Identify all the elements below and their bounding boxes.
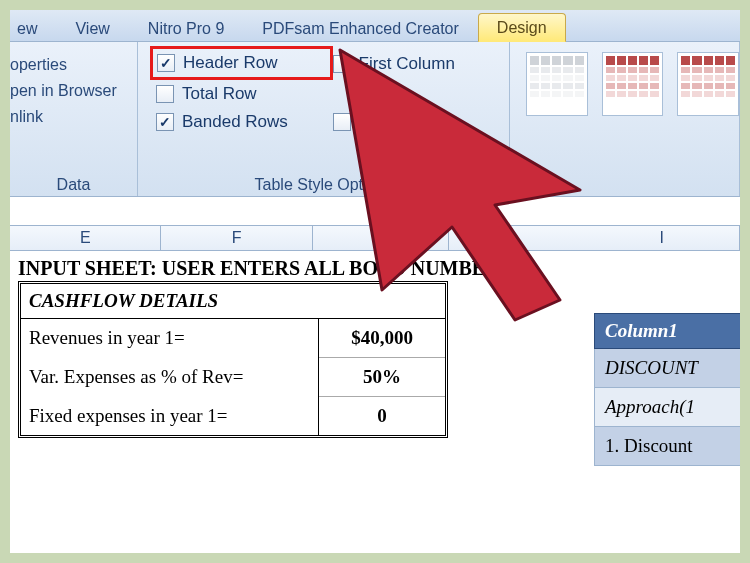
cashflow-row-label: Revenues in year 1= [21, 319, 319, 358]
chk-total-row-label: Total Row [182, 84, 257, 104]
right-styled-table: Column1 DISCOUNT Approach(1 1. Discount [594, 313, 740, 466]
group-table-style-options: ✓ Header Row First Column Total Row ✓ Ba… [138, 42, 510, 196]
col-header-I[interactable]: I [585, 226, 740, 250]
table-style-red-1[interactable] [602, 52, 664, 116]
col-header-F[interactable]: F [161, 226, 312, 250]
chk-header-row[interactable]: ✓ Header Row [150, 46, 333, 80]
table-row[interactable]: Fixed expenses in year 1= 0 [21, 397, 445, 435]
group-table-styles [510, 42, 740, 196]
checkbox-icon [156, 85, 174, 103]
checkbox-icon: ✓ [156, 113, 174, 131]
btn-unlink[interactable]: nlink [10, 104, 129, 130]
right-table-cell[interactable]: 1. Discount [594, 427, 740, 466]
checkbox-icon [333, 55, 351, 73]
checkbox-icon: ✓ [157, 54, 175, 72]
tab-design[interactable]: Design [478, 13, 566, 42]
col-header-E[interactable]: E [10, 226, 161, 250]
chk-first-column[interactable]: First Column [333, 52, 500, 76]
chk-header-row-label: Header Row [183, 53, 278, 73]
table-row[interactable]: Revenues in year 1= $40,000 [21, 319, 445, 358]
ribbon-body: operties pen in Browser nlink Data ✓ Hea… [10, 42, 740, 197]
cashflow-details-box: CASHFLOW DETAILS Revenues in year 1= $40… [18, 281, 448, 438]
group-external-table-data: operties pen in Browser nlink Data [10, 42, 138, 196]
right-table-cell[interactable]: Approach(1 [594, 388, 740, 427]
chk-banded-columns-label: Ban [359, 112, 389, 132]
tab-view[interactable]: View [56, 14, 128, 42]
cashflow-section-title: CASHFLOW DETAILS [21, 284, 445, 319]
sheet-body[interactable]: INPUT SHEET: USER ENTERS ALL BOLD NUMBER… [10, 251, 740, 286]
table-style-red-2[interactable] [677, 52, 739, 116]
checkbox-icon [333, 113, 351, 131]
cashflow-row-label: Fixed expenses in year 1= [21, 397, 319, 435]
table-style-light[interactable] [526, 52, 588, 116]
chk-banded-columns[interactable]: Ban [333, 112, 500, 132]
btn-properties[interactable]: operties [10, 52, 129, 78]
app-frame: ew View Nitro Pro 9 PDFsam Enhanced Crea… [10, 10, 740, 553]
btn-open-in-browser[interactable]: pen in Browser [10, 78, 129, 104]
tab-nitro-pro[interactable]: Nitro Pro 9 [129, 14, 243, 42]
ribbon-tabs: ew View Nitro Pro 9 PDFsam Enhanced Crea… [10, 10, 740, 42]
tab-partial-review[interactable]: ew [10, 14, 56, 42]
group-label-data: Data [10, 176, 137, 194]
chk-total-row[interactable]: Total Row [156, 84, 323, 104]
col-header-G[interactable]: G [313, 226, 449, 250]
chk-banded-rows[interactable]: ✓ Banded Rows [156, 112, 323, 132]
chk-first-column-label: First Column [359, 54, 455, 74]
cashflow-row-value: 50% [319, 358, 445, 397]
cashflow-row-value: $40,000 [319, 319, 445, 358]
spreadsheet-area: E F G I INPUT SHEET: USER ENTERS ALL BOL… [10, 225, 740, 553]
table-row[interactable]: Var. Expenses as % of Rev= 50% [21, 358, 445, 397]
tab-pdfsam[interactable]: PDFsam Enhanced Creator [243, 14, 478, 42]
right-table-header[interactable]: Column1 [594, 313, 740, 349]
column-headers-row: E F G I [10, 225, 740, 251]
right-table-cell[interactable]: DISCOUNT [594, 349, 740, 388]
group-label-tso: Table Style Options [138, 176, 509, 194]
cashflow-row-label: Var. Expenses as % of Rev= [21, 358, 319, 397]
cashflow-row-value: 0 [319, 397, 445, 435]
chk-banded-rows-label: Banded Rows [182, 112, 288, 132]
